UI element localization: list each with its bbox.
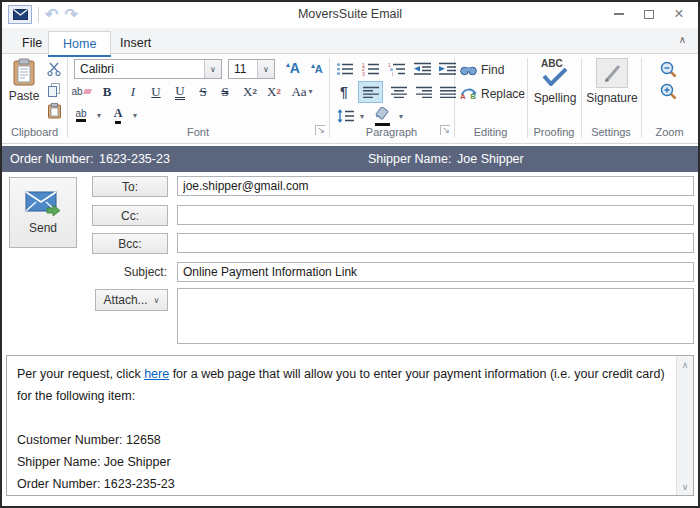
font-name-combo[interactable]: Calibri ∨	[74, 59, 222, 79]
replace-button[interactable]: A B Replace	[460, 84, 528, 104]
increase-indent-icon	[438, 62, 457, 76]
bcc-button[interactable]: Bcc:	[92, 233, 168, 254]
bcc-input[interactable]	[177, 233, 694, 253]
bold-button[interactable]: B	[96, 82, 118, 101]
highlight-dropdown[interactable]: ▾	[93, 105, 105, 125]
subject-label: Subject:	[82, 265, 167, 279]
vertical-scrollbar[interactable]: ∧ ∨	[676, 356, 693, 495]
chevron-down-icon: ∨	[154, 296, 160, 305]
paint-bucket-icon	[374, 107, 391, 126]
titlebar: ↶ ↷ MoversSuite Email ×	[2, 2, 698, 28]
multilevel-list-icon: 1ai	[388, 62, 406, 76]
paragraph-dialog-launcher[interactable]: ↘	[440, 125, 450, 135]
chevron-down-icon[interactable]: ∨	[204, 60, 221, 78]
message-text: Per your request, click here for a web p…	[17, 363, 669, 495]
change-case-button[interactable]: Aa ▾	[286, 82, 318, 101]
copy-button[interactable]	[44, 81, 64, 99]
align-right-icon	[415, 86, 433, 99]
underline-button[interactable]: U	[145, 82, 167, 101]
shading-button[interactable]	[370, 106, 394, 126]
line-spacing-button[interactable]	[334, 106, 356, 126]
chevron-down-icon[interactable]: ∨	[257, 60, 274, 78]
paste-button[interactable]: Paste	[4, 58, 44, 124]
clipboard-group-label: Clipboard	[2, 126, 67, 138]
tab-home[interactable]: Home	[48, 31, 111, 55]
clear-formatting-button[interactable]: ab	[70, 82, 92, 101]
align-center-icon	[390, 86, 408, 99]
zoom-out-button[interactable]	[657, 59, 679, 79]
tab-insert[interactable]: Insert	[106, 31, 165, 54]
send-label: Send	[29, 221, 57, 235]
line-spacing-dropdown[interactable]: ▾	[356, 106, 368, 126]
double-strikethrough-button[interactable]: S	[214, 82, 236, 101]
multilevel-list-button[interactable]: 1ai	[386, 59, 408, 78]
collapse-ribbon-icon[interactable]: ∧	[679, 34, 686, 45]
font-color-dropdown[interactable]: ▾	[129, 105, 141, 125]
payment-link[interactable]: here	[144, 367, 169, 381]
to-input[interactable]	[177, 176, 694, 196]
double-underline-button[interactable]: U	[169, 82, 191, 101]
dropdown-icon: ▾	[97, 111, 101, 120]
customer-number-line: Customer Number: 12658	[17, 429, 669, 451]
clipboard-icon	[13, 58, 35, 86]
send-button[interactable]: Send	[9, 177, 77, 248]
subject-input[interactable]	[177, 262, 694, 282]
align-left-button[interactable]	[358, 81, 383, 103]
text-highlight-button[interactable]: ab	[70, 105, 92, 125]
highlight-icon: ab	[75, 108, 86, 122]
find-button[interactable]: Find	[460, 60, 522, 79]
show-paragraph-marks-button[interactable]: ¶	[334, 82, 354, 102]
to-button[interactable]: To:	[92, 176, 168, 197]
scissors-icon	[47, 62, 61, 76]
binoculars-icon	[460, 64, 477, 76]
bullet-list-icon	[336, 62, 354, 76]
maximize-button[interactable]	[634, 2, 664, 26]
moverssuite-email-window: ↶ ↷ MoversSuite Email × File Home Insert…	[0, 0, 700, 508]
decrease-indent-button[interactable]	[410, 59, 434, 78]
cc-input[interactable]	[177, 205, 694, 225]
spelling-button[interactable]: ABC Spelling	[529, 58, 581, 122]
grow-font-button[interactable]: ▴A	[282, 58, 304, 78]
font-size-combo[interactable]: 11 ∨	[228, 59, 275, 79]
line-spacing-icon	[336, 109, 355, 123]
window-title: MoversSuite Email	[2, 7, 698, 21]
justify-button[interactable]	[436, 82, 460, 102]
signature-button[interactable]: Signature	[583, 58, 641, 122]
dropdown-icon: ▾	[360, 112, 364, 121]
message-body[interactable]: Per your request, click here for a web p…	[6, 355, 694, 496]
shading-dropdown[interactable]: ▾	[395, 106, 407, 126]
minimize-button[interactable]	[604, 2, 634, 26]
cut-button[interactable]	[44, 60, 64, 78]
paste-special-icon	[48, 103, 61, 119]
shrink-font-button[interactable]: ▴A	[306, 58, 328, 78]
increase-indent-button[interactable]	[435, 59, 459, 78]
scroll-down-icon[interactable]: ∨	[677, 478, 693, 495]
strikethrough-button[interactable]: S	[192, 82, 214, 101]
zoom-in-button[interactable]	[657, 81, 679, 101]
align-center-button[interactable]	[387, 82, 411, 102]
font-color-button[interactable]: A	[108, 105, 128, 125]
bullets-button[interactable]	[334, 59, 356, 78]
subscript-button[interactable]: X2	[262, 82, 286, 101]
shipper-name-value: Joe Shipper	[457, 152, 524, 166]
grow-font-icon: ▴A	[286, 60, 300, 76]
pilcrow-icon: ¶	[340, 84, 348, 100]
replace-icon: A B	[460, 87, 477, 102]
attach-button[interactable]: Attach... ∨	[95, 289, 168, 311]
numbering-button[interactable]: 123	[360, 59, 382, 78]
zoom-out-icon	[660, 61, 677, 78]
attachment-area[interactable]	[177, 288, 694, 344]
cc-button[interactable]: Cc:	[92, 205, 168, 226]
paste-label: Paste	[9, 89, 40, 103]
align-right-button[interactable]	[412, 82, 436, 102]
italic-button[interactable]: I	[122, 82, 144, 101]
paste-special-button[interactable]	[44, 102, 64, 120]
dropdown-icon: ▾	[133, 111, 137, 120]
close-button[interactable]: ×	[664, 2, 694, 26]
scroll-up-icon[interactable]: ∧	[677, 356, 693, 373]
justify-icon	[439, 86, 457, 99]
attach-label: Attach...	[104, 293, 148, 307]
font-size-value: 11	[229, 62, 257, 76]
font-dialog-launcher[interactable]: ↘	[315, 125, 325, 135]
superscript-button[interactable]: X2	[238, 82, 262, 101]
